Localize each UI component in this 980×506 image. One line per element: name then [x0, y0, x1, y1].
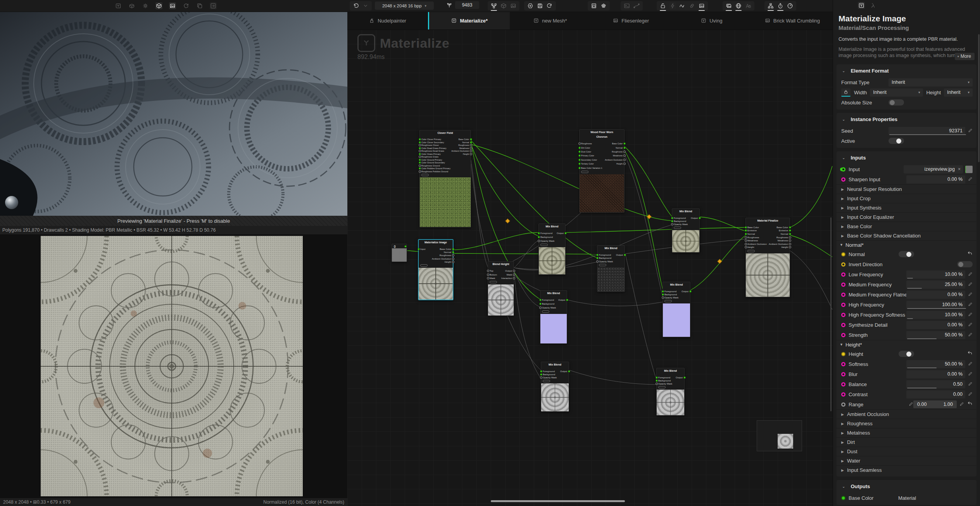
redo-icon[interactable]	[546, 2, 553, 9]
collapsed-group-neural-super-resolution[interactable]: ▶Neural Super Resolution	[837, 184, 977, 194]
value-field[interactable]: 50.00 %	[906, 360, 965, 368]
output-port[interactable]: Roughness	[432, 254, 453, 257]
port-dot[interactable]	[452, 261, 454, 263]
input-port[interactable]: Opacity Mask	[672, 223, 688, 226]
expanded-group-height-[interactable]: ▼Height*	[837, 340, 977, 349]
port-dot[interactable]	[745, 246, 747, 248]
port-dot[interactable]	[789, 230, 791, 231]
input-port[interactable]: Background	[539, 235, 554, 239]
port-dot[interactable]	[745, 233, 747, 235]
value-field[interactable]: 100.00 %	[906, 301, 965, 309]
port-dot[interactable]	[579, 151, 580, 152]
port-dot[interactable]	[540, 371, 542, 372]
port-dot[interactable]	[662, 297, 664, 298]
output-port[interactable]: Height	[451, 152, 471, 156]
input-port[interactable]: Foreground	[541, 370, 557, 373]
output-port[interactable]: Ambient Occlusion	[605, 158, 624, 162]
port-dot[interactable]	[579, 167, 580, 169]
output-port[interactable]: Normal	[451, 141, 471, 144]
toggle-normal[interactable]	[899, 251, 914, 257]
port-dot[interactable]	[419, 171, 421, 172]
gauge-icon[interactable]	[787, 2, 794, 9]
pencil-edit-icon[interactable]	[968, 281, 973, 288]
port-dot[interactable]	[470, 144, 472, 146]
range-field[interactable]: 0.001.00	[913, 400, 957, 408]
file-chip[interactable]: izepreview.jpg×	[904, 165, 963, 173]
input-port[interactable]: Roughness Grass	[420, 156, 450, 159]
port-dot[interactable]	[540, 303, 541, 305]
pencil-edit-icon[interactable]	[968, 271, 973, 278]
port-dot[interactable]	[538, 240, 540, 242]
tab-uving[interactable]: Uving	[671, 12, 752, 29]
pencil-edit-icon[interactable]	[968, 391, 973, 398]
bake-machine-icon[interactable]	[590, 2, 597, 9]
value-field[interactable]: 0.00	[906, 390, 965, 399]
port-dot[interactable]	[671, 217, 673, 219]
input-port[interactable]: Background	[541, 373, 557, 376]
port-dot[interactable]	[566, 299, 568, 301]
output-port[interactable]: Output	[560, 370, 569, 373]
output-port[interactable]: Output	[616, 253, 625, 257]
output-port[interactable]: Base Color	[769, 226, 790, 229]
port-dot[interactable]	[540, 307, 541, 308]
port-dot[interactable]	[419, 147, 421, 149]
port-dot[interactable]	[419, 144, 421, 146]
port-dot[interactable]	[789, 237, 791, 238]
graph-node-blend-height[interactable]: Blend Height·····TopBottomMaskOutputMask…	[488, 261, 514, 316]
port-dot[interactable]	[789, 240, 791, 241]
input-port[interactable]: Base Color Variation 1	[580, 166, 602, 170]
input-port[interactable]: Roughness	[580, 142, 602, 146]
input-port[interactable]: Opacity Mask	[597, 260, 613, 263]
height-select[interactable]: Inherit▾	[944, 88, 973, 97]
input-port[interactable]: Color Pebbles Ground Primary	[420, 167, 450, 170]
port-dot[interactable]	[419, 156, 421, 158]
output-port[interactable]: Height	[432, 260, 453, 263]
collapsed-group-roughness[interactable]: ▶Roughness	[837, 419, 977, 428]
port-dot[interactable]	[789, 246, 791, 248]
value-field[interactable]: 10.00 %	[906, 311, 965, 319]
input-port[interactable]: Opacity Mask	[541, 376, 557, 379]
graph-node-mix-blend-4[interactable]: Mix Blend·····ForegroundBackgroundOpacit…	[672, 208, 700, 253]
pencil-edit-icon[interactable]	[968, 301, 973, 308]
port-dot[interactable]	[579, 163, 580, 165]
value-field[interactable]: 92371	[889, 127, 965, 135]
input-port[interactable]: Roughness Ground	[420, 164, 450, 167]
bolt-icon[interactable]	[669, 2, 676, 9]
port-dot[interactable]	[470, 153, 472, 155]
port-dot[interactable]	[597, 257, 598, 259]
value-field[interactable]: 50.00 %	[906, 331, 965, 339]
cube-icon[interactable]	[155, 2, 162, 9]
port-dot[interactable]	[470, 150, 472, 152]
port-dot[interactable]	[419, 159, 421, 161]
output-port[interactable]: Ambient Occlusion	[451, 150, 471, 153]
port-dot[interactable]	[597, 254, 598, 256]
graph-node-wood[interactable]: Wood Floor WornChevron·····RoughnessDirt…	[579, 129, 625, 213]
port-dot[interactable]	[662, 291, 664, 292]
pencil-edit-icon[interactable]	[968, 371, 973, 378]
pencil-edit-icon[interactable]	[909, 401, 913, 408]
stopwatch-icon[interactable]	[777, 2, 784, 9]
input-port[interactable]: Base Color	[746, 226, 767, 229]
copy-icon[interactable]	[196, 2, 203, 9]
output-port[interactable]: Mask	[501, 273, 514, 277]
output-port[interactable]: Roughness	[451, 144, 471, 147]
reset-icon[interactable]	[967, 401, 973, 408]
port-dot[interactable]	[745, 240, 747, 241]
tab-materialize[interactable]: Materialize*	[428, 12, 510, 29]
hexagon-plus-icon[interactable]	[527, 2, 534, 9]
pencil-edit-icon[interactable]	[968, 291, 973, 298]
lambda-icon[interactable]	[870, 2, 877, 9]
2d-texture-preview[interactable]	[0, 234, 347, 498]
port-dot[interactable]	[487, 277, 489, 279]
port-dot[interactable]	[789, 227, 791, 228]
port-dot[interactable]	[419, 139, 421, 140]
image-icon[interactable]	[169, 2, 176, 9]
input-port[interactable]: Opacity Mask	[539, 239, 554, 243]
port-dot[interactable]	[513, 270, 515, 272]
pencil-edit-icon[interactable]	[968, 331, 973, 338]
collapsed-group-input-color-equalizer[interactable]: ▶Input Color Equalizer	[837, 212, 977, 222]
port-dot[interactable]	[671, 220, 673, 222]
lock-icon[interactable]	[841, 88, 851, 97]
input-port[interactable]: Foreground	[657, 376, 672, 379]
output-port[interactable]: Roughness	[769, 236, 790, 239]
